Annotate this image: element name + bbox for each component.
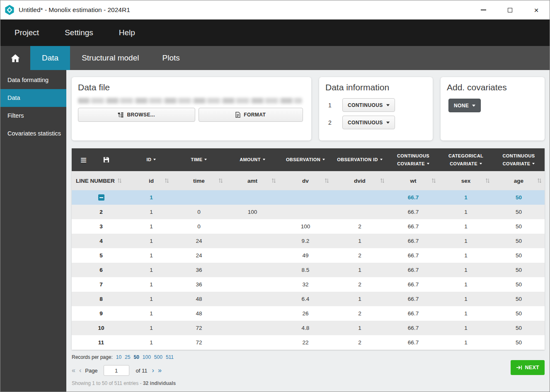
data-file-title: Data file — [78, 82, 311, 92]
column-header[interactable]: amt — [226, 171, 279, 190]
column-header[interactable]: LINE NUMBER — [72, 171, 131, 190]
maximize-button[interactable] — [497, 0, 523, 19]
column-type-dropdown[interactable]: ID — [131, 148, 172, 171]
observation-type-dropdown[interactable]: CONTINUOUS — [342, 98, 395, 112]
home-tab[interactable] — [0, 46, 30, 70]
cell-time: 72 — [172, 335, 226, 350]
cell-age: 50 — [493, 277, 545, 292]
browse-button-label: BROWSE... — [127, 112, 155, 118]
sort-icon[interactable] — [219, 178, 223, 183]
format-button-label: FORMAT — [244, 112, 266, 118]
sort-icon[interactable] — [538, 178, 541, 183]
column-type-label: TIME — [191, 157, 203, 162]
table-row[interactable]: 1 66.7 1 50 — [72, 190, 545, 205]
table-row[interactable]: 4 1 24 9.2 1 66.7 1 50 — [72, 234, 545, 248]
cell-line-number — [72, 190, 131, 205]
cell-sex: 1 — [439, 248, 493, 263]
records-per-page-option[interactable]: 50 — [133, 354, 139, 360]
cell-dv: 22 — [279, 335, 332, 350]
next-step-button[interactable]: NEXT — [511, 360, 545, 375]
column-header[interactable]: dv — [279, 171, 332, 190]
records-per-page-option[interactable]: 500 — [154, 354, 162, 360]
add-covariates-dropdown[interactable]: NONE — [448, 99, 481, 112]
tab[interactable]: Data — [30, 46, 70, 70]
column-header[interactable]: wt — [388, 171, 439, 190]
column-header[interactable]: age — [493, 171, 545, 190]
page-number-input[interactable] — [104, 365, 129, 376]
column-header[interactable]: time — [172, 171, 226, 190]
column-type-dropdown[interactable]: CONTINUOUS COVARIATE — [493, 148, 545, 171]
data-file-buttons: BROWSE... FORMAT — [78, 108, 303, 122]
column-type-dropdown[interactable]: CONTINUOUS COVARIATE — [388, 148, 439, 171]
cell-id: 1 — [131, 292, 172, 306]
menu-item[interactable]: Project — [15, 28, 39, 37]
prev-page-button[interactable]: ‹ — [79, 367, 81, 374]
table-row[interactable]: 8 1 48 6.4 1 66.7 1 50 — [72, 292, 545, 306]
sidebar-item[interactable]: Data formatting — [0, 71, 66, 89]
last-page-button[interactable]: » — [158, 367, 162, 374]
cell-dvid — [332, 190, 388, 205]
column-type-dropdown[interactable]: CATEGORICAL COVARIATE — [439, 148, 493, 171]
collapse-row-icon[interactable] — [98, 194, 104, 201]
browse-button[interactable]: BROWSE... — [78, 108, 195, 122]
sidebar-item[interactable]: Data — [0, 89, 66, 107]
save-icon[interactable] — [103, 157, 109, 163]
minimize-button[interactable] — [470, 0, 497, 19]
cell-amt — [226, 190, 279, 205]
table-row[interactable]: 10 1 72 4.8 1 66.7 1 50 — [72, 321, 545, 335]
cell-amt — [226, 219, 279, 234]
tab[interactable]: Plots — [150, 46, 191, 70]
column-type-dropdown[interactable]: AMOUNT — [226, 148, 279, 171]
observation-index: 1 — [328, 102, 332, 109]
first-page-button[interactable]: « — [72, 367, 75, 374]
chevron-down-icon — [380, 159, 383, 162]
cell-line-number: 3 — [72, 219, 131, 234]
records-per-page-option[interactable]: 25 — [125, 354, 130, 360]
table-row[interactable]: 11 1 72 22 2 66.7 1 50 — [72, 335, 545, 350]
sidebar-item[interactable]: Covariates statistics — [0, 125, 66, 143]
sort-icon[interactable] — [486, 178, 489, 183]
records-per-page: Records per page: 102550100500511 — [72, 354, 545, 360]
cell-sex: 1 — [439, 277, 493, 292]
table-row[interactable]: 7 1 36 32 2 66.7 1 50 — [72, 277, 545, 292]
sort-icon[interactable] — [432, 178, 436, 183]
column-header[interactable]: sex — [439, 171, 493, 190]
sidebar-item[interactable]: Filters — [0, 107, 66, 125]
column-header[interactable]: id — [131, 171, 172, 190]
cell-wt: 66.7 — [388, 219, 439, 234]
table-row[interactable]: 9 1 48 26 2 66.7 1 50 — [72, 306, 545, 321]
chevron-down-icon — [204, 159, 207, 162]
menu-item[interactable]: Help — [119, 28, 135, 37]
observation-type-dropdown[interactable]: CONTINUOUS — [342, 116, 395, 129]
titlebar: Untitled* - Monolix estimation - 2024R1 … — [0, 0, 550, 19]
records-per-page-option[interactable]: 10 — [116, 354, 121, 360]
cell-age: 50 — [493, 190, 545, 205]
chevron-down-icon — [263, 159, 265, 162]
sort-icon[interactable] — [272, 178, 276, 183]
column-type-dropdown[interactable]: OBSERVATION — [279, 148, 332, 171]
sort-icon[interactable] — [325, 178, 329, 183]
records-per-page-option[interactable]: 511 — [166, 354, 174, 360]
maximize-icon — [508, 8, 512, 12]
sort-icon[interactable] — [118, 178, 121, 183]
sort-icon[interactable] — [380, 178, 384, 183]
close-button[interactable]: × — [523, 0, 550, 19]
table-row[interactable]: 3 1 0 100 2 66.7 1 50 — [72, 219, 545, 234]
table-group-header: ≡ ID TIME — [72, 148, 545, 171]
tab[interactable]: Structural model — [70, 46, 150, 70]
table-row[interactable]: 6 1 36 8.5 1 66.7 1 50 — [72, 263, 545, 277]
format-button[interactable]: FORMAT — [199, 108, 303, 122]
records-per-page-option[interactable]: 100 — [143, 354, 151, 360]
cell-age: 50 — [493, 321, 545, 335]
next-page-button[interactable]: › — [152, 367, 154, 374]
menu-item[interactable]: Settings — [65, 28, 93, 37]
cell-id: 1 — [131, 263, 172, 277]
table-row[interactable]: 5 1 24 49 2 66.7 1 50 — [72, 248, 545, 263]
column-type-dropdown[interactable]: TIME — [172, 148, 226, 171]
hamburger-menu-icon[interactable]: ≡ — [80, 155, 87, 165]
cell-dvid: 2 — [332, 248, 388, 263]
table-row[interactable]: 2 1 0 100 66.7 1 50 — [72, 205, 545, 219]
column-header[interactable]: dvid — [332, 171, 388, 190]
sort-icon[interactable] — [165, 178, 169, 183]
column-type-dropdown[interactable]: OBSERVATION ID — [332, 148, 388, 171]
